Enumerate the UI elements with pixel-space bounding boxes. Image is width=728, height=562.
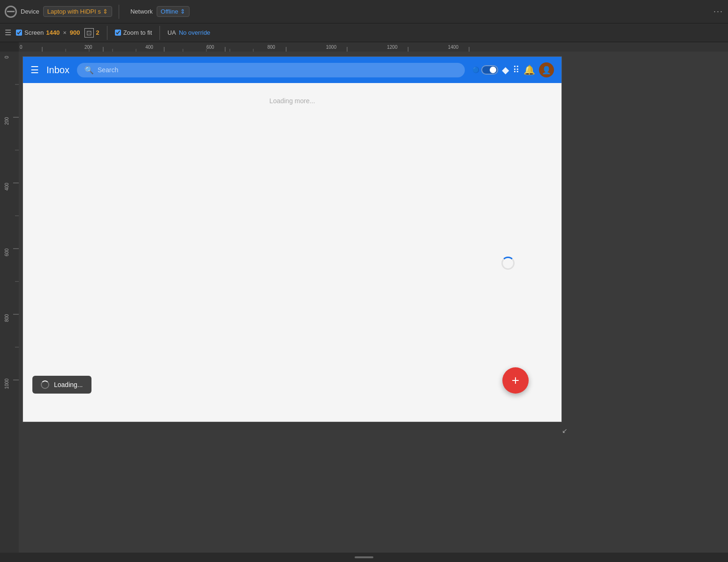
app-menu-icon[interactable]: ☰ [30,64,39,76]
toolbar-divider-1 [119,5,119,19]
screen-width: 1440 [46,29,60,36]
network-label: Network [130,8,153,15]
hamburger-icon[interactable]: ☰ [5,28,11,37]
bottom-bar [0,553,728,562]
top-toolbar: Device Laptop with HiDPI s ⇕ Network Off… [0,0,728,23]
content-spinner [501,257,515,270]
search-icon: 🔍 [84,66,94,75]
device-selector[interactable]: Laptop with HiDPI s ⇕ [43,6,112,17]
avatar[interactable]: 👤 [539,62,554,77]
toast-spinner [41,380,49,389]
toggle-icon-left: 🔵 [472,67,479,73]
network-value: Offline [161,8,178,15]
zoom-label: Zoom to fit [123,29,152,36]
toast-text: Loading... [54,381,83,388]
screen-height: 900 [70,29,80,36]
bottom-drag-handle[interactable] [355,556,373,558]
toggle-switch[interactable] [481,65,498,75]
network-section: Network Offline ⇕ [130,6,190,17]
ruler-horizontal: 0 200 400 600 800 1000 1200 1400 [19,42,728,52]
fab-plus-icon: + [512,373,519,388]
ua-value: No override [179,29,210,36]
network-arrow-icon: ⇕ [180,8,185,15]
svg-text:1200: 1200 [387,45,398,50]
app-title: Inbox [46,65,69,76]
device-label: Device [21,8,39,15]
dpr-value: 2 [96,29,99,36]
device-value: Laptop with HiDPI s [47,8,101,15]
svg-text:1000: 1000 [326,45,337,50]
header-actions: 🔵 ◆ ⠿ 🔔 👤 [472,62,554,77]
browser-window: ☰ Inbox 🔍 🔵 ◆ ⠿ 🔔 👤 [23,56,562,422]
zoom-checkbox-item: Zoom to fit [115,29,152,36]
screen-capture-icon: ⊡ [84,28,94,38]
app-header: ☰ Inbox 🔍 🔵 ◆ ⠿ 🔔 👤 [23,57,561,83]
ruler-h-svg: 0 200 400 600 800 1000 1200 1400 [19,42,728,52]
toolbar2-divider [107,26,107,40]
screen-checkbox-item: Screen 1440 × 900 [16,29,80,36]
bookmark-icon[interactable]: ◆ [502,64,509,76]
no-entry-icon [5,6,17,18]
bell-icon[interactable]: 🔔 [523,64,535,76]
toggle-group: 🔵 [472,65,498,75]
ua-section: UA No override [167,29,210,36]
screen-label: Screen [24,29,44,36]
fab-button[interactable]: + [502,367,529,394]
svg-text:200: 200 [4,117,9,125]
device-arrow-icon: ⇕ [103,8,108,15]
svg-rect-0 [19,42,728,52]
ruler-v-svg: 0 200 400 600 800 1000 [0,52,19,474]
svg-text:1000: 1000 [4,378,9,389]
dpr-section: ⊡ 2 [84,28,99,38]
svg-text:400: 400 [145,45,153,50]
network-selector[interactable]: Offline ⇕ [157,6,190,17]
ua-label: UA [167,29,176,36]
more-button[interactable]: ··· [713,7,723,16]
loading-toast: Loading... [32,376,91,394]
screen-x-sep: × [63,29,67,36]
loading-more-text: Loading more... [269,97,315,105]
main-area: 0 200 400 600 800 1000 1200 1400 [0,42,728,562]
svg-rect-25 [0,52,19,474]
toolbar2-divider2 [159,26,160,40]
screen-checkbox[interactable] [16,30,22,36]
svg-text:200: 200 [84,45,92,50]
grid-icon[interactable]: ⠿ [513,64,520,76]
svg-text:800: 800 [267,45,275,50]
content-canvas: ☰ Inbox 🔍 🔵 ◆ ⠿ 🔔 👤 [19,52,728,553]
resize-handle-icon[interactable]: ↙ [562,427,721,539]
search-bar: 🔍 [77,63,465,77]
svg-text:600: 600 [206,45,214,50]
svg-text:800: 800 [4,314,9,322]
svg-text:1400: 1400 [448,45,459,50]
zoom-checkbox[interactable] [115,30,121,36]
search-input[interactable] [98,66,457,74]
second-toolbar: ☰ Screen 1440 × 900 ⊡ 2 Zoom to fit UA N… [0,23,728,42]
svg-text:0: 0 [20,45,23,50]
svg-text:600: 600 [4,248,9,256]
svg-text:400: 400 [4,182,9,190]
ruler-vertical: 0 200 400 600 800 1000 [0,52,19,562]
svg-text:0: 0 [4,56,9,59]
app-body: Loading more... + Loading... [23,83,561,422]
